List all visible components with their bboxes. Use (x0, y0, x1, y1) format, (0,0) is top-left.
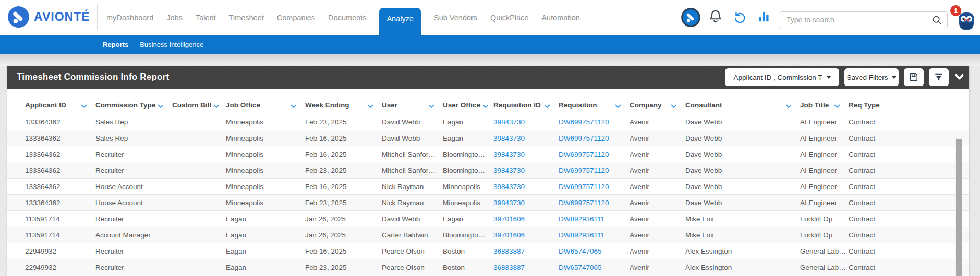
table-row[interactable]: 133364362Sales RepMinneapolisFeb 23, 202… (7, 114, 969, 130)
saved-filters-dropdown[interactable]: Saved Filters (844, 68, 899, 86)
collapse-panel-button[interactable] (955, 74, 964, 81)
cell-requisition[interactable]: DW892936111 (559, 215, 630, 223)
column-header-req-type[interactable]: Req Type (849, 101, 927, 109)
column-header-user[interactable]: User (382, 101, 443, 109)
column-header-requisition[interactable]: Requisition (559, 101, 630, 109)
cell-job-office: Eagan (226, 215, 305, 223)
column-header-commission-type[interactable]: Commission Type (95, 101, 172, 109)
sort-chevron-icon[interactable] (367, 104, 373, 108)
cell-requisition-id[interactable]: 39843730 (493, 150, 559, 158)
sort-chevron-icon[interactable] (615, 104, 621, 108)
sort-chevron-icon[interactable] (785, 104, 792, 108)
scrollbar-thumb[interactable] (956, 139, 962, 276)
cell-requisition[interactable]: DW892936111 (559, 231, 630, 239)
avionte-logo[interactable]: AVIONTÉ (8, 6, 90, 28)
cell-requisition-id[interactable]: 36883887 (493, 264, 559, 271)
nav-item-quickplace[interactable]: QuickPlace (490, 14, 528, 22)
table-row[interactable]: 133364362House AccountMinneapolisFeb 23,… (7, 195, 969, 211)
nav-item-analyze[interactable]: Analyze (379, 8, 421, 35)
cell-requisition-id[interactable]: 39843730 (493, 134, 559, 142)
cell-company: Avenir (630, 264, 685, 271)
vertical-scrollbar[interactable] (955, 137, 962, 276)
cell-requisition-id[interactable]: 39701606 (493, 231, 559, 239)
nav-item-automation[interactable]: Automation (541, 14, 579, 22)
nav-item-timesheet[interactable]: Timesheet (229, 14, 264, 22)
notification-badge: 1 (950, 5, 961, 16)
cell-requisition-id[interactable]: 36883887 (493, 247, 559, 255)
cell-requisition-id[interactable]: 39701606 (493, 215, 559, 223)
bell-icon[interactable] (709, 9, 722, 24)
table-row[interactable]: 22949932RecruiterEaganFeb 16, 2025Pearce… (7, 243, 969, 259)
table-row[interactable]: 113591714Account ManagerEaganJan 26, 202… (7, 227, 969, 243)
cell-week-ending: Feb 23, 2025 (305, 264, 382, 271)
cell-commission-type: Recruiter (95, 215, 172, 223)
cell-requisition[interactable]: DW6997571120 (559, 183, 630, 191)
table-row[interactable]: 133364362Sales RepMinneapolisFeb 16, 202… (7, 130, 969, 146)
avionte-circle-icon[interactable] (681, 8, 700, 27)
cell-requisition[interactable]: DW6997571120 (559, 199, 630, 207)
nav-item-companies[interactable]: Companies (277, 14, 315, 22)
table-row[interactable]: 133364362RecruiterMinneapolisFeb 16, 202… (7, 146, 969, 162)
nav-item-sub-vendors[interactable]: Sub Vendors (434, 14, 477, 22)
nav-item-jobs[interactable]: Jobs (166, 14, 183, 22)
cell-req-type: Contract (849, 264, 927, 271)
table-row[interactable]: 113591714RecruiterEaganJan 26, 2025David… (7, 211, 969, 227)
sort-chevron-icon[interactable] (544, 104, 550, 108)
sort-chevron-icon[interactable] (671, 104, 677, 108)
filter-button[interactable] (929, 68, 949, 86)
subnav-item-reports[interactable]: Reports (103, 41, 128, 48)
cell-requisition-id[interactable]: 39843730 (493, 167, 559, 174)
sort-chevron-icon[interactable] (158, 104, 164, 108)
column-header-user-office[interactable]: User Office (443, 101, 493, 109)
sort-chevron-icon[interactable] (482, 104, 489, 108)
cell-consultant: Dave Webb (685, 199, 800, 207)
column-header-requisition-id[interactable]: Requisition ID (493, 101, 559, 109)
table-row[interactable]: 22949932RecruiterEaganFeb 23, 2025Pearce… (7, 259, 969, 275)
column-header-job-office[interactable]: Job Office (226, 101, 305, 109)
cell-requisition[interactable]: DW6997571120 (559, 118, 630, 126)
top-bar: AVIONTÉ myDashboardJobsTalentTimesheetCo… (0, 0, 980, 35)
nav-item-documents[interactable]: Documents (328, 14, 366, 22)
save-button[interactable] (904, 68, 924, 86)
cell-requisition[interactable]: DW65747065 (559, 264, 630, 271)
cell-requisition[interactable]: DW65747065 (559, 247, 630, 255)
column-header-custom-bill[interactable]: Custom Bill (172, 101, 226, 109)
main-navigation: myDashboardJobsTalentTimesheetCompaniesD… (106, 0, 580, 35)
sort-chevron-icon[interactable] (291, 104, 297, 108)
chevron-down-icon (827, 76, 831, 79)
subnav-item-business-intelligence[interactable]: Business Intelligence (140, 41, 203, 48)
column-label: User (382, 101, 397, 109)
nav-item-mydashboard[interactable]: myDashboard (106, 14, 153, 22)
sort-chevron-icon[interactable] (834, 104, 840, 108)
search-input[interactable] (780, 16, 932, 24)
table-row[interactable]: 133364362House AccountMinneapolisFeb 16,… (7, 179, 969, 195)
cell-requisition[interactable]: DW6997571120 (559, 134, 630, 142)
table-row[interactable]: 133364362RecruiterMinneapolisFeb 23, 202… (7, 162, 969, 179)
sort-chevron-icon[interactable] (81, 104, 87, 108)
cell-requisition-id[interactable]: 39843730 (493, 183, 559, 191)
cell-requisition[interactable]: DW6997571120 (559, 150, 630, 158)
column-header-consultant[interactable]: Consultant (685, 101, 800, 109)
cell-user: David Webb (382, 118, 443, 126)
owl-assistant-icon[interactable]: 1 (958, 11, 976, 31)
search-icon[interactable] (932, 15, 942, 25)
nav-item-talent[interactable]: Talent (196, 14, 216, 22)
column-header-company[interactable]: Company (630, 101, 685, 109)
sort-chevron-icon[interactable] (213, 104, 220, 108)
undo-history-icon[interactable] (733, 10, 746, 23)
column-header-applicant-id[interactable]: Applicant ID (25, 101, 95, 109)
sort-columns-label: Applicant ID , Commission T (733, 73, 822, 81)
cell-requisition-id[interactable]: 39843730 (493, 199, 559, 207)
cell-requisition-id[interactable]: 39843730 (493, 118, 559, 126)
cell-job-title: General Lab… (800, 247, 849, 255)
column-header-job-title[interactable]: Job Title (800, 101, 849, 109)
column-header-week-ending[interactable]: Week Ending (305, 101, 382, 109)
cell-job-title: General Lab… (800, 264, 849, 271)
page-background-strip (0, 54, 980, 66)
sort-columns-dropdown[interactable]: Applicant ID , Commission T (725, 68, 839, 86)
cell-week-ending: Feb 23, 2025 (305, 199, 382, 207)
bar-chart-icon[interactable] (757, 10, 770, 23)
cell-requisition[interactable]: DW6997571120 (559, 167, 630, 174)
chevron-down-icon (955, 74, 964, 81)
sort-chevron-icon[interactable] (428, 104, 434, 108)
